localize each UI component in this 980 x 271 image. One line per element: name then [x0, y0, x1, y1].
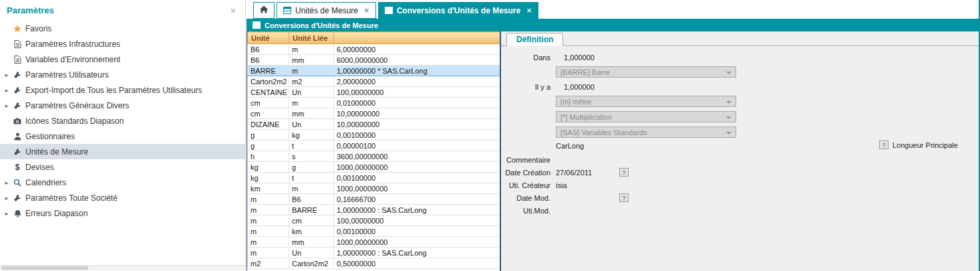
table-cell: mm	[289, 55, 334, 66]
table-cell: CENTAINE	[248, 87, 289, 98]
wrench-icon	[11, 71, 24, 79]
sidebar-item[interactable]: Variables d'Environnement	[0, 52, 245, 67]
table-cell: 100,00000000	[334, 215, 500, 226]
sidebar-title: Paramètres	[7, 5, 54, 15]
table-row[interactable]: mBARRE1,00000000 : SAS.CarLong	[248, 205, 500, 215]
sidebar-item[interactable]: Calendriers	[0, 175, 245, 190]
table-row[interactable]: m2Carton2m20,50000000	[248, 258, 500, 269]
tab[interactable]: Conversions d'Unités de Mesure	[378, 2, 538, 19]
sidebar-item[interactable]: Paramètres Infrastructures	[0, 36, 245, 52]
table-row[interactable]: cmm0,01000000	[248, 98, 500, 108]
expand-arrow-icon[interactable]	[3, 72, 11, 78]
table-row[interactable]: B6mm6000,00000000	[248, 55, 500, 66]
sidebar-item[interactable]: Favoris	[0, 21, 245, 36]
sidebar-item[interactable]: Export-Import de Tous les Paramètres Uti…	[0, 82, 245, 98]
sidebar-item-label: Paramètres Généraux Divers	[25, 101, 129, 110]
operation-select[interactable]: [*] Multiplication	[556, 111, 736, 122]
sidebar-header: Paramètres	[0, 0, 245, 21]
table-row[interactable]: hs3600,00000000	[248, 151, 500, 162]
ilya-label: Il y a	[505, 83, 556, 91]
tab[interactable]: Unités de Mesure	[277, 2, 376, 19]
table-row[interactable]: kmm1000,00000000	[248, 183, 500, 194]
table-row[interactable]: kgt0,00100000	[248, 173, 500, 183]
date-picker-button[interactable]	[619, 193, 629, 202]
variable-name: CarLong	[556, 142, 584, 150]
expand-arrow-icon[interactable]	[3, 179, 11, 186]
expand-arrow-icon[interactable]	[3, 195, 11, 201]
table-row[interactable]: B6m6,00000000	[248, 44, 500, 55]
table-row[interactable]: mkm0,00100000	[248, 226, 500, 237]
uti-createur-label: Uti. Créateur	[505, 181, 556, 189]
application-window: Paramètres FavorisParamètres Infrastruct…	[0, 0, 980, 271]
column-header[interactable]	[334, 32, 500, 44]
table-cell: Un	[289, 87, 334, 98]
table-row[interactable]: gt0,00000100	[248, 141, 500, 151]
table-cell: B6	[248, 55, 289, 66]
table-row[interactable]: BARREm1,00000000 * SAS.CarLong	[248, 66, 500, 76]
wrench-icon	[11, 102, 24, 110]
table-cell: DIZAINE	[248, 119, 289, 130]
table-row[interactable]: mB60,16666700	[248, 194, 500, 205]
table-row[interactable]: cmmm10,00000000	[248, 108, 500, 119]
table-cell: 0,00000100	[334, 141, 500, 151]
table-cell: 2,00000000	[334, 76, 500, 87]
sidebar-item-label: Erreurs Diapason	[25, 209, 88, 218]
table-row[interactable]: mUn1,00000000 : SAS.CarLong	[248, 248, 500, 258]
scrollbar-thumb[interactable]	[1, 266, 88, 270]
table-row[interactable]: kgg1000,00000000	[248, 162, 500, 173]
table-cell: kg	[248, 162, 289, 173]
sidebar-item[interactable]: Paramètres Toute Société	[0, 190, 245, 205]
sidebar-item[interactable]: Paramètres Utilisateurs	[0, 67, 245, 82]
table-cell: m	[248, 237, 289, 248]
tab-definition[interactable]: Définition	[506, 33, 563, 46]
sidebar-item[interactable]: Gestionnaires	[0, 128, 245, 144]
operation-value: [*] Multiplication	[560, 113, 612, 121]
horizontal-scrollbar[interactable]	[0, 265, 245, 271]
module-icon	[283, 7, 291, 14]
date-creation-row: Date Création 27/06/2011	[505, 167, 979, 177]
flag-checkbox[interactable]	[879, 141, 888, 149]
expand-arrow-icon[interactable]	[3, 210, 11, 217]
variable-source-select[interactable]: [SAS] Variables Standards	[556, 126, 736, 138]
dans-unit-select[interactable]: [BARRE] Barre	[556, 66, 736, 78]
date-picker-button[interactable]	[619, 168, 629, 177]
table-cell: m2	[248, 258, 289, 269]
date-mod-row: Date Mod.	[505, 193, 979, 203]
column-header[interactable]: Unité Liée	[289, 32, 334, 44]
close-icon[interactable]	[230, 6, 236, 15]
wrench-icon	[11, 194, 24, 202]
close-icon[interactable]	[364, 6, 369, 15]
sidebar-item[interactable]: $Devises	[0, 159, 245, 175]
column-header[interactable]: Unité	[248, 32, 289, 44]
sidebar-item[interactable]: Erreurs Diapason	[0, 205, 245, 221]
table-row[interactable]: mmm1000,00000000	[248, 237, 500, 248]
dans-value[interactable]: 1,000000	[556, 54, 595, 62]
table-cell: 1,00000000 : SAS.CarLong	[334, 248, 500, 258]
sidebar-item[interactable]: Paramètres Généraux Divers	[0, 98, 245, 113]
page-title: Conversions d'Unités de Mesure	[265, 21, 378, 29]
table-row[interactable]: DIZAINEUn10,00000000	[248, 119, 500, 130]
ilya-value[interactable]: 1,000000	[556, 83, 595, 91]
sidebar-item-label: Icônes Standards Diapason	[25, 116, 124, 126]
sidebar-item[interactable]: Unités de Mesure	[0, 144, 245, 159]
home-tab[interactable]	[253, 2, 275, 19]
sidebar-item[interactable]: Icônes Standards Diapason	[0, 113, 245, 128]
table-row[interactable]: mcm100,00000000	[248, 215, 500, 226]
sidebar-item-label: Variables d'Environnement	[25, 55, 120, 64]
expand-arrow-icon[interactable]	[3, 87, 11, 94]
table-cell: 0,01000000	[334, 98, 500, 108]
definition-form: Dans 1,000000 [BARRE] Barre Il y a 1,000…	[501, 46, 979, 215]
conversions-table: UnitéUnité Liée B6m6,00000000B6mm6000,00…	[247, 31, 500, 269]
expand-arrow-icon[interactable]	[3, 102, 11, 109]
table-cell: mm	[289, 108, 334, 119]
definition-panel: Définition Dans 1,000000 [BARRE] Barre	[501, 31, 979, 271]
module-icon	[253, 21, 261, 29]
table-row[interactable]: CENTAINEUn100,00000000	[248, 87, 500, 98]
close-icon[interactable]	[526, 6, 532, 15]
ilya-unit-select[interactable]: [m] mètre	[556, 96, 736, 107]
table-cell: cm	[248, 108, 289, 119]
table-row[interactable]: Carton2m2m22,00000000	[248, 76, 500, 87]
uti-createur-row: Uti. Créateur isia	[505, 180, 979, 190]
flag-group: Longueur Principale	[879, 141, 958, 149]
table-row[interactable]: gkg0,00100000	[248, 130, 500, 141]
